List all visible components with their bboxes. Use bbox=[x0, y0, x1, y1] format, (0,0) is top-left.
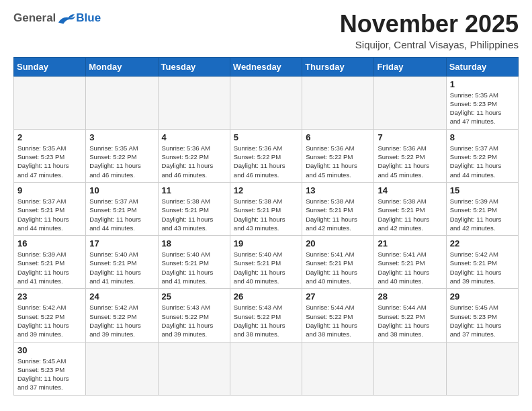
day-number: 12 bbox=[234, 185, 298, 195]
day-number: 9 bbox=[17, 185, 82, 195]
weekday-header-monday: Monday bbox=[86, 57, 158, 76]
day-info: Sunrise: 5:39 AM Sunset: 5:21 PM Dayligh… bbox=[450, 197, 515, 232]
calendar-day-cell: 27Sunrise: 5:44 AM Sunset: 5:22 PM Dayli… bbox=[302, 289, 374, 342]
day-info: Sunrise: 5:40 AM Sunset: 5:21 PM Dayligh… bbox=[234, 250, 298, 285]
title-block: November 2025 Siquijor, Central Visayas,… bbox=[340, 11, 519, 50]
day-number: 21 bbox=[378, 238, 442, 248]
day-number: 11 bbox=[162, 185, 226, 195]
day-number: 13 bbox=[306, 185, 370, 195]
day-info: Sunrise: 5:44 AM Sunset: 5:22 PM Dayligh… bbox=[306, 303, 370, 338]
day-info: Sunrise: 5:43 AM Sunset: 5:22 PM Dayligh… bbox=[162, 303, 226, 338]
calendar-week-row: 9Sunrise: 5:37 AM Sunset: 5:21 PM Daylig… bbox=[14, 182, 519, 235]
day-number: 14 bbox=[378, 185, 442, 195]
calendar-day-cell: 25Sunrise: 5:43 AM Sunset: 5:22 PM Dayli… bbox=[158, 289, 230, 342]
calendar-day-cell: 14Sunrise: 5:38 AM Sunset: 5:21 PM Dayli… bbox=[374, 182, 446, 235]
calendar-day-cell: 17Sunrise: 5:40 AM Sunset: 5:21 PM Dayli… bbox=[86, 236, 158, 289]
day-info: Sunrise: 5:44 AM Sunset: 5:22 PM Dayligh… bbox=[378, 303, 442, 338]
day-info: Sunrise: 5:38 AM Sunset: 5:21 PM Dayligh… bbox=[306, 197, 370, 232]
weekday-header-thursday: Thursday bbox=[302, 57, 374, 76]
day-number: 22 bbox=[450, 238, 515, 248]
day-number: 16 bbox=[17, 238, 82, 248]
day-number: 15 bbox=[450, 185, 515, 195]
calendar-day-cell: 11Sunrise: 5:38 AM Sunset: 5:21 PM Dayli… bbox=[158, 182, 230, 235]
day-info: Sunrise: 5:38 AM Sunset: 5:21 PM Dayligh… bbox=[378, 197, 442, 232]
logo-blue-text: Blue bbox=[76, 11, 101, 25]
day-info: Sunrise: 5:39 AM Sunset: 5:21 PM Dayligh… bbox=[17, 250, 82, 285]
day-number: 28 bbox=[378, 291, 442, 302]
calendar-day-cell bbox=[86, 76, 158, 129]
day-number: 10 bbox=[89, 185, 154, 195]
calendar-day-cell: 9Sunrise: 5:37 AM Sunset: 5:21 PM Daylig… bbox=[14, 182, 86, 235]
day-number: 2 bbox=[17, 132, 82, 142]
day-info: Sunrise: 5:43 AM Sunset: 5:22 PM Dayligh… bbox=[234, 303, 298, 338]
calendar-week-row: 30Sunrise: 5:45 AM Sunset: 5:23 PM Dayli… bbox=[14, 342, 519, 395]
day-info: Sunrise: 5:41 AM Sunset: 5:21 PM Dayligh… bbox=[306, 250, 370, 285]
calendar-day-cell: 7Sunrise: 5:36 AM Sunset: 5:22 PM Daylig… bbox=[374, 129, 446, 182]
day-number: 7 bbox=[378, 132, 442, 142]
day-info: Sunrise: 5:37 AM Sunset: 5:21 PM Dayligh… bbox=[17, 197, 82, 232]
day-info: Sunrise: 5:36 AM Sunset: 5:22 PM Dayligh… bbox=[306, 144, 370, 179]
day-number: 24 bbox=[89, 291, 154, 302]
calendar-day-cell: 22Sunrise: 5:42 AM Sunset: 5:21 PM Dayli… bbox=[446, 236, 518, 289]
calendar-day-cell: 2Sunrise: 5:35 AM Sunset: 5:23 PM Daylig… bbox=[14, 129, 86, 182]
calendar-day-cell bbox=[158, 342, 230, 395]
calendar-day-cell bbox=[374, 342, 446, 395]
calendar-day-cell: 20Sunrise: 5:41 AM Sunset: 5:21 PM Dayli… bbox=[302, 236, 374, 289]
day-info: Sunrise: 5:45 AM Sunset: 5:23 PM Dayligh… bbox=[450, 303, 515, 338]
logo-bird-icon bbox=[57, 11, 76, 26]
page-header: General Blue November 2025 Siquijor, Cen… bbox=[13, 11, 519, 50]
day-info: Sunrise: 5:40 AM Sunset: 5:21 PM Dayligh… bbox=[162, 250, 226, 285]
calendar-day-cell bbox=[374, 76, 446, 129]
calendar-week-row: 1Sunrise: 5:35 AM Sunset: 5:23 PM Daylig… bbox=[14, 76, 519, 129]
calendar-day-cell: 8Sunrise: 5:37 AM Sunset: 5:22 PM Daylig… bbox=[446, 129, 518, 182]
day-info: Sunrise: 5:42 AM Sunset: 5:21 PM Dayligh… bbox=[450, 250, 515, 285]
day-number: 29 bbox=[450, 291, 515, 302]
calendar-week-row: 23Sunrise: 5:42 AM Sunset: 5:22 PM Dayli… bbox=[14, 289, 519, 342]
calendar-day-cell bbox=[14, 76, 86, 129]
calendar-day-cell: 16Sunrise: 5:39 AM Sunset: 5:21 PM Dayli… bbox=[14, 236, 86, 289]
day-info: Sunrise: 5:35 AM Sunset: 5:22 PM Dayligh… bbox=[89, 144, 154, 179]
calendar-day-cell bbox=[86, 342, 158, 395]
calendar-week-row: 16Sunrise: 5:39 AM Sunset: 5:21 PM Dayli… bbox=[14, 236, 519, 289]
day-number: 26 bbox=[234, 291, 298, 302]
logo-general-text: General bbox=[13, 11, 56, 25]
calendar-day-cell: 23Sunrise: 5:42 AM Sunset: 5:22 PM Dayli… bbox=[14, 289, 86, 342]
calendar-day-cell bbox=[158, 76, 230, 129]
day-info: Sunrise: 5:38 AM Sunset: 5:21 PM Dayligh… bbox=[234, 197, 298, 232]
calendar-day-cell: 28Sunrise: 5:44 AM Sunset: 5:22 PM Dayli… bbox=[374, 289, 446, 342]
calendar-day-cell: 12Sunrise: 5:38 AM Sunset: 5:21 PM Dayli… bbox=[230, 182, 302, 235]
day-number: 3 bbox=[89, 132, 154, 142]
day-info: Sunrise: 5:35 AM Sunset: 5:23 PM Dayligh… bbox=[17, 144, 82, 179]
calendar-day-cell: 1Sunrise: 5:35 AM Sunset: 5:23 PM Daylig… bbox=[446, 76, 518, 129]
weekday-header-saturday: Saturday bbox=[446, 57, 518, 76]
calendar-day-cell: 4Sunrise: 5:36 AM Sunset: 5:22 PM Daylig… bbox=[158, 129, 230, 182]
day-number: 6 bbox=[306, 132, 370, 142]
day-info: Sunrise: 5:37 AM Sunset: 5:22 PM Dayligh… bbox=[450, 144, 515, 179]
weekday-header-friday: Friday bbox=[374, 57, 446, 76]
calendar-day-cell: 18Sunrise: 5:40 AM Sunset: 5:21 PM Dayli… bbox=[158, 236, 230, 289]
calendar-table: SundayMondayTuesdayWednesdayThursdayFrid… bbox=[13, 57, 519, 396]
day-number: 27 bbox=[306, 291, 370, 302]
calendar-day-cell: 24Sunrise: 5:42 AM Sunset: 5:22 PM Dayli… bbox=[86, 289, 158, 342]
calendar-day-cell: 5Sunrise: 5:36 AM Sunset: 5:22 PM Daylig… bbox=[230, 129, 302, 182]
calendar-day-cell: 29Sunrise: 5:45 AM Sunset: 5:23 PM Dayli… bbox=[446, 289, 518, 342]
day-info: Sunrise: 5:42 AM Sunset: 5:22 PM Dayligh… bbox=[17, 303, 82, 338]
logo: General Blue bbox=[13, 11, 101, 26]
day-info: Sunrise: 5:45 AM Sunset: 5:23 PM Dayligh… bbox=[17, 357, 82, 392]
day-info: Sunrise: 5:40 AM Sunset: 5:21 PM Dayligh… bbox=[89, 250, 154, 285]
calendar-day-cell: 10Sunrise: 5:37 AM Sunset: 5:21 PM Dayli… bbox=[86, 182, 158, 235]
day-number: 30 bbox=[17, 345, 82, 355]
day-info: Sunrise: 5:36 AM Sunset: 5:22 PM Dayligh… bbox=[234, 144, 298, 179]
day-number: 20 bbox=[306, 238, 370, 248]
calendar-day-cell: 13Sunrise: 5:38 AM Sunset: 5:21 PM Dayli… bbox=[302, 182, 374, 235]
day-number: 8 bbox=[450, 132, 515, 142]
day-info: Sunrise: 5:37 AM Sunset: 5:21 PM Dayligh… bbox=[89, 197, 154, 232]
calendar-day-cell: 15Sunrise: 5:39 AM Sunset: 5:21 PM Dayli… bbox=[446, 182, 518, 235]
day-info: Sunrise: 5:36 AM Sunset: 5:22 PM Dayligh… bbox=[162, 144, 226, 179]
calendar-day-cell bbox=[302, 76, 374, 129]
weekday-header-sunday: Sunday bbox=[14, 57, 86, 76]
day-number: 4 bbox=[162, 132, 226, 142]
day-info: Sunrise: 5:36 AM Sunset: 5:22 PM Dayligh… bbox=[378, 144, 442, 179]
location-title: Siquijor, Central Visayas, Philippines bbox=[340, 39, 519, 50]
day-number: 23 bbox=[17, 291, 82, 302]
